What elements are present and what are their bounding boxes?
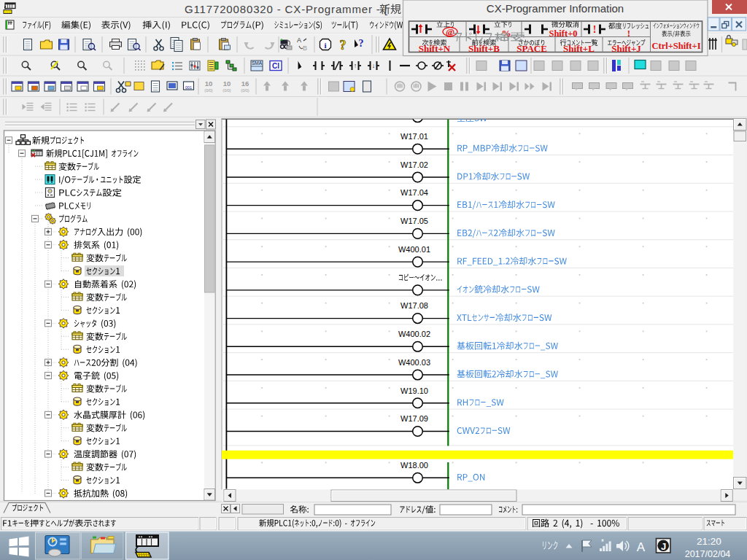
svg-text:(0/0): (0/0) bbox=[241, 88, 249, 93]
svg-text:W17.09: W17.09 bbox=[400, 414, 428, 423]
svg-text:Shift+B: Shift+B bbox=[468, 43, 500, 54]
svg-text:*: * bbox=[601, 538, 604, 546]
svg-text:!: ! bbox=[627, 28, 630, 39]
svg-text:10: 10 bbox=[205, 79, 213, 88]
svg-text:W400.01: W400.01 bbox=[398, 245, 430, 254]
svg-text:2017/02/04: 2017/02/04 bbox=[685, 549, 731, 559]
svg-text:W17.01: W17.01 bbox=[400, 132, 428, 141]
svg-text:W17.08: W17.08 bbox=[400, 301, 428, 310]
svg-text:J: J bbox=[661, 541, 666, 552]
svg-text:(0/0): (0/0) bbox=[222, 88, 231, 93]
svg-text:CI: CI bbox=[272, 62, 279, 70]
svg-text:?: ? bbox=[359, 38, 364, 49]
svg-text:W400.02: W400.02 bbox=[398, 330, 430, 338]
svg-text:W18.00: W18.00 bbox=[400, 461, 428, 470]
svg-text:Ctrl+Shift+I: Ctrl+Shift+I bbox=[651, 41, 700, 51]
svg-text:W17.05: W17.05 bbox=[400, 217, 428, 225]
svg-text:W17.04: W17.04 bbox=[400, 188, 428, 197]
svg-text:!: ! bbox=[593, 24, 597, 35]
svg-text:Shift+0: Shift+0 bbox=[549, 28, 577, 39]
svg-text:?: ? bbox=[340, 38, 347, 52]
svg-text:G117720080320 - CX-Programmer: G117720080320 - CX-Programmer - [ bbox=[185, 3, 388, 15]
svg-text:Shift+J: Shift+J bbox=[611, 43, 641, 54]
svg-text:16: 16 bbox=[241, 79, 249, 88]
svg-text:(0/0): (0/0) bbox=[204, 88, 212, 93]
svg-text:@: @ bbox=[446, 26, 454, 37]
svg-text:Shift+N: Shift+N bbox=[419, 43, 451, 54]
svg-text:A: A bbox=[637, 540, 646, 554]
svg-text:B: B bbox=[303, 44, 307, 52]
svg-text:W19.10: W19.10 bbox=[400, 386, 428, 395]
svg-text:SPACE: SPACE bbox=[516, 43, 547, 54]
svg-text:CX-Programmer Information: CX-Programmer Information bbox=[487, 2, 624, 15]
svg-text:W400.03: W400.03 bbox=[398, 358, 430, 367]
svg-text:Shift+L: Shift+L bbox=[563, 43, 595, 54]
svg-text:↑: ↑ bbox=[354, 62, 357, 69]
svg-text:001: 001 bbox=[185, 85, 192, 90]
svg-text:SMA: SMA bbox=[252, 61, 263, 66]
svg-text:↓: ↓ bbox=[372, 62, 376, 69]
svg-text:A: A bbox=[297, 36, 301, 44]
svg-text:10: 10 bbox=[223, 79, 231, 88]
svg-text:21:20: 21:20 bbox=[697, 536, 721, 547]
svg-text:i: i bbox=[324, 41, 326, 50]
svg-text:W17.02: W17.02 bbox=[400, 160, 428, 169]
